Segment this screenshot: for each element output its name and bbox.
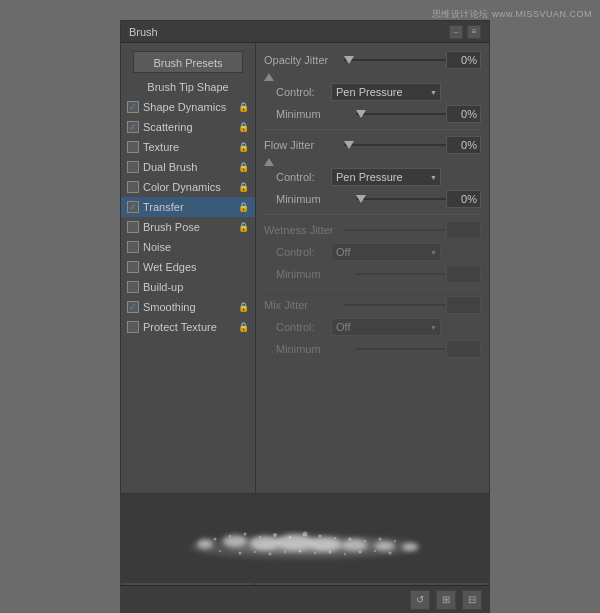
minimum1-slider[interactable] <box>356 107 446 121</box>
minimum4-input[interactable] <box>446 340 481 358</box>
panel-minimize-btn[interactable]: – <box>449 25 463 39</box>
buildup-checkbox[interactable] <box>127 281 139 293</box>
transfer-lock-icon: 🔒 <box>238 202 249 212</box>
svg-point-16 <box>319 534 322 537</box>
transfer-checkbox[interactable]: ✓ <box>127 201 139 213</box>
sidebar-item-wet-edges[interactable]: Wet Edges <box>121 257 255 277</box>
scattering-label: Scattering <box>143 121 238 133</box>
wet-edges-checkbox[interactable] <box>127 261 139 273</box>
wetness-jitter-label: Wetness Jitter <box>264 224 344 236</box>
svg-point-23 <box>239 551 242 554</box>
sidebar-item-texture[interactable]: Texture 🔒 <box>121 137 255 157</box>
svg-point-11 <box>244 532 247 535</box>
texture-lock-icon: 🔒 <box>238 142 249 152</box>
minimum4-row: Minimum <box>264 340 481 358</box>
svg-point-22 <box>219 550 221 552</box>
minimum1-row: Minimum <box>264 105 481 123</box>
control2-select-wrapper: Pen Pressure Off Fade Pen Tilt Stylus Wh… <box>331 168 441 186</box>
smoothing-lock-icon: 🔒 <box>238 302 249 312</box>
svg-point-13 <box>273 533 277 537</box>
brush-presets-button[interactable]: Brush Presets <box>133 51 243 73</box>
protect-texture-lock-icon: 🔒 <box>238 322 249 332</box>
toolbar-btn3[interactable]: ⊟ <box>462 590 482 610</box>
minimum3-input[interactable] <box>446 265 481 283</box>
dual-brush-checkbox[interactable] <box>127 161 139 173</box>
control3-select[interactable]: Off Fade Pen Pressure <box>331 243 441 261</box>
minimum2-input[interactable] <box>446 190 481 208</box>
flow-jitter-label: Flow Jitter <box>264 139 344 151</box>
protect-texture-label: Protect Texture <box>143 321 238 333</box>
divider1 <box>264 129 481 130</box>
svg-point-8 <box>402 543 418 551</box>
flow-jitter-row: Flow Jitter <box>264 136 481 154</box>
control4-select[interactable]: Off Fade Pen Pressure <box>331 318 441 336</box>
color-dynamics-label: Color Dynamics <box>143 181 238 193</box>
svg-point-21 <box>394 540 396 542</box>
buildup-label: Build-up <box>143 281 249 293</box>
control4-select-wrapper: Off Fade Pen Pressure <box>331 318 441 336</box>
flow-jitter-slider[interactable] <box>344 138 446 152</box>
control3-row: Control: Off Fade Pen Pressure <box>264 243 481 261</box>
sidebar-item-noise[interactable]: Noise <box>121 237 255 257</box>
panel-menu-btn[interactable]: ≡ <box>467 25 481 39</box>
minimum3-row: Minimum <box>264 265 481 283</box>
control4-label: Control: <box>276 321 331 333</box>
brush-pose-label: Brush Pose <box>143 221 238 233</box>
control2-select[interactable]: Pen Pressure Off Fade Pen Tilt Stylus Wh… <box>331 168 441 186</box>
wetness-jitter-input[interactable] <box>446 221 481 239</box>
smoothing-checkbox[interactable]: ✓ <box>127 301 139 313</box>
brush-tip-shape-title: Brush Tip Shape <box>121 81 255 93</box>
brush-pose-lock-icon: 🔒 <box>238 222 249 232</box>
control2-label: Control: <box>276 171 331 183</box>
dual-brush-lock-icon: 🔒 <box>238 162 249 172</box>
svg-point-9 <box>214 537 217 540</box>
minimum1-input[interactable] <box>446 105 481 123</box>
divider2 <box>264 214 481 215</box>
color-dynamics-lock-icon: 🔒 <box>238 182 249 192</box>
flow-jitter-input[interactable] <box>446 136 481 154</box>
minimum2-slider[interactable] <box>356 192 446 206</box>
minimum2-label: Minimum <box>276 193 356 205</box>
sidebar-item-shape-dynamics[interactable]: ✓ Shape Dynamics 🔒 <box>121 97 255 117</box>
shape-dynamics-lock-icon: 🔒 <box>238 102 249 112</box>
minimum3-label: Minimum <box>276 268 356 280</box>
noise-label: Noise <box>143 241 249 253</box>
sidebar-item-transfer[interactable]: ✓ Transfer 🔒 <box>121 197 255 217</box>
opacity-expand-icon[interactable] <box>264 73 274 81</box>
flow-expand-icon[interactable] <box>264 158 274 166</box>
opacity-jitter-input[interactable] <box>446 51 481 69</box>
opacity-jitter-row: Opacity Jitter <box>264 51 481 69</box>
panel-title: Brush <box>129 26 158 38</box>
toolbar-btn2[interactable]: ⊞ <box>436 590 456 610</box>
wetness-jitter-slider[interactable] <box>344 223 446 237</box>
svg-point-35 <box>250 540 350 552</box>
minimum3-slider[interactable] <box>356 267 446 281</box>
opacity-jitter-slider[interactable] <box>344 53 446 67</box>
texture-checkbox[interactable] <box>127 141 139 153</box>
control1-row: Control: Pen Pressure Off Fade Pen Tilt … <box>264 83 481 101</box>
svg-point-12 <box>259 536 261 538</box>
noise-checkbox[interactable] <box>127 241 139 253</box>
mix-jitter-slider[interactable] <box>344 298 446 312</box>
sidebar-item-brush-pose[interactable]: Brush Pose 🔒 <box>121 217 255 237</box>
svg-point-15 <box>303 531 308 536</box>
sidebar-item-dual-brush[interactable]: Dual Brush 🔒 <box>121 157 255 177</box>
sidebar-item-protect-texture[interactable]: Protect Texture 🔒 <box>121 317 255 337</box>
color-dynamics-checkbox[interactable] <box>127 181 139 193</box>
shape-dynamics-checkbox[interactable]: ✓ <box>127 101 139 113</box>
minimum4-slider[interactable] <box>356 342 446 356</box>
sidebar-item-color-dynamics[interactable]: Color Dynamics 🔒 <box>121 177 255 197</box>
protect-texture-checkbox[interactable] <box>127 321 139 333</box>
toolbar-btn1[interactable]: ↺ <box>410 590 430 610</box>
control1-select[interactable]: Pen Pressure Off Fade Pen Tilt Stylus Wh… <box>331 83 441 101</box>
sidebar-item-scattering[interactable]: ✓ Scattering 🔒 <box>121 117 255 137</box>
shape-dynamics-label: Shape Dynamics <box>143 101 238 113</box>
wetness-jitter-row: Wetness Jitter <box>264 221 481 239</box>
sidebar-item-buildup[interactable]: Build-up <box>121 277 255 297</box>
control1-label: Control: <box>276 86 331 98</box>
sidebar-item-smoothing[interactable]: ✓ Smoothing 🔒 <box>121 297 255 317</box>
scattering-checkbox[interactable]: ✓ <box>127 121 139 133</box>
transfer-label: Transfer <box>143 201 238 213</box>
brush-pose-checkbox[interactable] <box>127 221 139 233</box>
mix-jitter-input[interactable] <box>446 296 481 314</box>
